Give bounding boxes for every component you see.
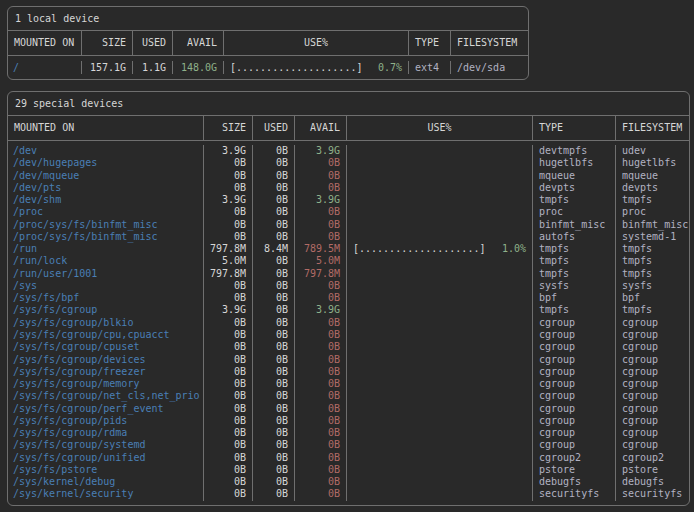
table-row: /sys/fs/cgroup/net_cls,net_prio0B0B0Bcgr… — [8, 390, 689, 402]
usage-bar-cell — [346, 378, 532, 390]
type-value: cgroup — [532, 366, 615, 378]
avail-value: 0B — [294, 219, 346, 231]
size-value: 797.8M — [203, 268, 252, 280]
col-header-mounted-on: MOUNTED ON — [8, 116, 203, 140]
usage-percent: 0.7% — [378, 61, 402, 74]
mount-point: /sys — [8, 280, 203, 292]
table-header-row: MOUNTED ON SIZE USED AVAIL USE% TYPE FIL… — [8, 31, 528, 56]
usage-bar-cell: [....................]1.0% — [346, 243, 532, 255]
usage-percent: 1.0% — [502, 243, 526, 255]
filesystem-value: devpts — [615, 182, 689, 194]
table-title: 1 local device — [8, 7, 528, 31]
filesystem-value: cgroup — [615, 366, 689, 378]
table-row: /sys/fs/cgroup3.9G0B3.9Gtmpfstmpfs — [8, 304, 689, 316]
usage-bar-cell — [346, 488, 532, 500]
avail-value: 0B — [294, 476, 346, 488]
used-value: 0B — [252, 403, 294, 415]
avail-value: 0B — [294, 488, 346, 500]
avail-value: 797.8M — [294, 268, 346, 280]
avail-value: 0B — [294, 427, 346, 439]
size-value: 0B — [203, 354, 252, 366]
used-value: 0B — [252, 488, 294, 500]
size-value: 0B — [203, 415, 252, 427]
filesystem-value: pstore — [615, 464, 689, 476]
avail-value: 0B — [294, 439, 346, 451]
usage-bar-cell — [346, 415, 532, 427]
avail-value: 0B — [294, 206, 346, 218]
filesystem-value: binfmt_misc — [615, 219, 689, 231]
type-value: binfmt_misc — [532, 219, 615, 231]
size-value: 0B — [203, 403, 252, 415]
usage-bar-cell — [346, 219, 532, 231]
used-value: 0B — [252, 452, 294, 464]
filesystem-value: cgroup2 — [615, 452, 689, 464]
table-title: 29 special devices — [8, 92, 689, 116]
filesystem-value: /dev/sda — [450, 61, 528, 74]
mount-point: /proc/sys/fs/binfmt_misc — [8, 219, 203, 231]
avail-value: 0B — [294, 182, 346, 194]
used-value: 0B — [252, 427, 294, 439]
mount-point: /sys/fs/cgroup/cpuset — [8, 341, 203, 353]
filesystem-value: udev — [615, 145, 689, 157]
filesystem-value: tmpfs — [615, 304, 689, 316]
type-value: cgroup — [532, 341, 615, 353]
usage-bar-cell — [346, 317, 532, 329]
table-row: /sys/fs/cgroup/perf_event0B0B0Bcgroupcgr… — [8, 403, 689, 415]
size-value: 0B — [203, 219, 252, 231]
type-value: cgroup — [532, 439, 615, 451]
mount-point: /sys/fs/cgroup/systemd — [8, 439, 203, 451]
mount-point: /proc/sys/fs/binfmt_misc — [8, 231, 203, 243]
mount-point: /sys/fs/cgroup/perf_event — [8, 403, 203, 415]
size-value: 5.0M — [203, 255, 252, 267]
usage-bar-cell — [346, 182, 532, 194]
avail-value: 0B — [294, 317, 346, 329]
mount-point: /sys/fs/bpf — [8, 292, 203, 304]
usage-bar-cell — [346, 427, 532, 439]
size-value: 0B — [203, 157, 252, 169]
size-value: 0B — [203, 427, 252, 439]
table-row: /sys/fs/cgroup/pids0B0B0Bcgroupcgroup — [8, 415, 689, 427]
usage-bar-cell — [346, 206, 532, 218]
table-body: /dev3.9G0B3.9Gdevtmpfsudev/dev/hugepages… — [8, 141, 689, 505]
type-value: hugetlbfs — [532, 157, 615, 169]
used-value: 0B — [252, 476, 294, 488]
size-value: 0B — [203, 329, 252, 341]
avail-value: 3.9G — [294, 145, 346, 157]
size-value: 3.9G — [203, 194, 252, 206]
avail-value: 0B — [294, 464, 346, 476]
used-value: 0B — [252, 219, 294, 231]
avail-value: 0B — [294, 403, 346, 415]
type-value: cgroup — [532, 427, 615, 439]
usage-bar-cell: [....................]0.7% — [223, 61, 408, 74]
avail-value: 0B — [294, 292, 346, 304]
avail-value: 0B — [294, 341, 346, 353]
type-value: sysfs — [532, 280, 615, 292]
usage-bar-cell — [346, 292, 532, 304]
mount-point: /sys/fs/cgroup/devices — [8, 354, 203, 366]
usage-bar-cell — [346, 341, 532, 353]
table-row: /dev/mqueue0B0B0Bmqueuemqueue — [8, 170, 689, 182]
avail-value: 0B — [294, 329, 346, 341]
used-value: 0B — [252, 145, 294, 157]
type-value: tmpfs — [532, 243, 615, 255]
usage-bar-cell — [346, 304, 532, 316]
col-header-avail: AVAIL — [172, 31, 223, 55]
usage-bar-cell — [346, 170, 532, 182]
filesystem-value: tmpfs — [615, 243, 689, 255]
filesystem-value: mqueue — [615, 170, 689, 182]
type-value: devtmpfs — [532, 145, 615, 157]
table-row: /sys/fs/cgroup/cpuset0B0B0Bcgroupcgroup — [8, 341, 689, 353]
table-row: /sys/fs/cgroup/unified0B0B0Bcgroup2cgrou… — [8, 452, 689, 464]
used-value: 0B — [252, 366, 294, 378]
mount-point: /sys/fs/cgroup/memory — [8, 378, 203, 390]
table-row: /sys/fs/cgroup/cpu,cpuacct0B0B0Bcgroupcg… — [8, 329, 689, 341]
avail-value: 0B — [294, 378, 346, 390]
used-value: 0B — [252, 280, 294, 292]
usage-bar-cell — [346, 354, 532, 366]
type-value: tmpfs — [532, 268, 615, 280]
filesystem-value: tmpfs — [615, 255, 689, 267]
mount-point: /sys/fs/cgroup/unified — [8, 452, 203, 464]
avail-value: 0B — [294, 170, 346, 182]
col-header-use-percent: USE% — [223, 31, 408, 55]
mount-point: /dev — [8, 145, 203, 157]
